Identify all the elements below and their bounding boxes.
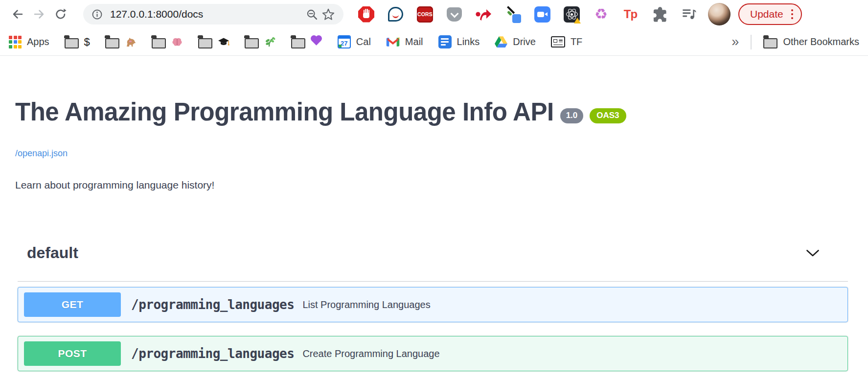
folder-icon xyxy=(105,38,119,48)
back-arrow-icon xyxy=(11,8,24,21)
browser-toolbar: 127.0.0.1:8000/docs CORS xyxy=(0,0,868,28)
pocket-shield-extension-icon[interactable] xyxy=(445,5,463,24)
reload-button[interactable] xyxy=(50,3,71,25)
bookmark-star-icon[interactable] xyxy=(320,6,337,23)
bookmark-folder-purple-heart[interactable] xyxy=(291,35,322,48)
herb-emoji-icon xyxy=(264,36,276,48)
graduation-cap-emoji-icon xyxy=(218,36,229,48)
video-camera-zoom-extension-icon[interactable] xyxy=(533,5,551,24)
chevron-down-icon[interactable] xyxy=(806,249,820,257)
media-playlist-icon[interactable] xyxy=(680,5,698,24)
bookmarks-divider xyxy=(751,35,752,49)
links-doc-icon xyxy=(438,35,452,48)
brain-emoji-icon xyxy=(171,36,183,48)
section-default-header[interactable]: default xyxy=(18,244,848,282)
bookmark-folder-graduation-cap[interactable] xyxy=(198,35,229,48)
url-text[interactable]: 127.0.0.1:8000/docs xyxy=(110,8,303,20)
zoom-out-icon[interactable] xyxy=(303,6,320,23)
folder-icon xyxy=(245,38,259,48)
google-drive-icon xyxy=(495,36,507,48)
page-title: The Amazing Programming Language Info AP… xyxy=(15,98,848,126)
purple-heart-emoji-icon xyxy=(312,36,320,45)
address-bar[interactable]: 127.0.0.1:8000/docs xyxy=(83,4,343,24)
carousel-horse-emoji-icon xyxy=(125,36,137,48)
bookmark-links[interactable]: Links xyxy=(438,35,480,48)
post-method-badge: POST xyxy=(24,341,121,366)
openapi-json-link[interactable]: /openapi.json xyxy=(15,148,68,159)
bookmark-drive[interactable]: Drive xyxy=(495,36,536,48)
profile-avatar[interactable] xyxy=(708,3,731,25)
bookmark-folder-dollar[interactable]: $ xyxy=(65,35,90,48)
google-calendar-icon: 27 xyxy=(338,35,351,48)
operation-row-get[interactable]: GET /programming_languages List Programm… xyxy=(18,287,848,322)
operation-path: /programming_languages xyxy=(131,297,294,312)
bookmark-gmail[interactable]: Mail xyxy=(386,36,423,48)
extension-icons-area: CORS ♻ Tp xyxy=(357,5,698,24)
reload-icon xyxy=(54,8,67,21)
bookmarks-overflow-chevron[interactable]: » xyxy=(731,34,739,49)
operation-summary: List Programming Languages xyxy=(302,299,430,310)
bookmark-folder-carousel-horse[interactable] xyxy=(105,35,137,48)
recycle-extension-icon[interactable]: ♻ xyxy=(592,5,610,24)
back-button[interactable] xyxy=(7,3,28,25)
bookmark-apps[interactable]: Apps xyxy=(9,36,49,48)
extensions-puzzle-icon[interactable] xyxy=(651,5,669,24)
swagger-docs-page: The Amazing Programming Language Info AP… xyxy=(0,56,868,371)
folder-icon xyxy=(291,38,305,48)
tf-card-icon xyxy=(551,36,565,48)
other-bookmarks[interactable]: Other Bookmarks xyxy=(763,35,859,48)
cors-extension-icon[interactable]: CORS xyxy=(416,5,434,24)
gmail-icon xyxy=(386,37,400,48)
update-button[interactable]: Update xyxy=(738,3,802,25)
forward-arrow-icon xyxy=(33,8,46,21)
version-badge: 1.0 xyxy=(560,108,584,123)
folder-icon xyxy=(65,38,79,48)
api-description: Learn about programming language history… xyxy=(15,179,848,191)
section-title: default xyxy=(27,244,78,262)
site-info-icon[interactable] xyxy=(91,8,103,21)
get-method-badge: GET xyxy=(24,292,121,317)
stop-hand-extension-icon[interactable] xyxy=(357,5,375,24)
tp-extension-icon[interactable]: Tp xyxy=(621,5,640,24)
apps-grid-icon xyxy=(9,36,22,48)
folder-icon xyxy=(198,38,212,48)
kebab-menu-icon[interactable] xyxy=(791,9,794,20)
bookmark-calendar[interactable]: 27 Cal xyxy=(338,35,371,48)
bookmark-folder-brain[interactable] xyxy=(152,35,183,48)
folder-icon xyxy=(763,38,777,48)
chat-bubble-extension-icon[interactable] xyxy=(387,5,405,24)
bookmarks-bar: Apps $ 27 Cal Mail Links Drive xyxy=(0,28,868,56)
bookmark-folder-herb[interactable] xyxy=(245,35,276,48)
folder-icon xyxy=(152,38,166,48)
operation-row-post[interactable]: POST /programming_languages Create Progr… xyxy=(18,336,848,371)
operation-summary: Create Programming Language xyxy=(302,348,439,359)
react-devtools-extension-icon[interactable] xyxy=(563,5,581,24)
oas3-badge: OAS3 xyxy=(590,108,626,123)
bookmark-tf[interactable]: TF xyxy=(551,36,582,48)
color-picker-eyedropper-extension-icon[interactable] xyxy=(504,5,522,24)
forward-button[interactable] xyxy=(28,3,50,25)
operation-path: /programming_languages xyxy=(131,346,294,361)
share-arrow-extension-icon[interactable] xyxy=(475,5,493,24)
